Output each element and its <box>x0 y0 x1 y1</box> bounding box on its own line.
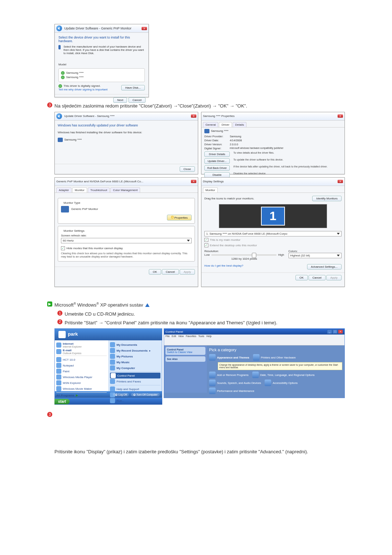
category-add-remove[interactable]: Add or Remove Programs <box>209 372 249 378</box>
start-item[interactable]: My Recent Documents ▸ <box>110 348 160 353</box>
ok-button[interactable]: OK <box>295 275 308 280</box>
close-icon[interactable]: X <box>191 114 196 118</box>
device-name: Samsung **** <box>64 138 82 141</box>
start-item[interactable]: Run... <box>110 398 160 404</box>
disable-button[interactable]: Disable <box>204 172 230 178</box>
properties-button[interactable]: Properties <box>167 215 192 220</box>
category-accessibility[interactable]: Accessibility Options <box>265 380 298 386</box>
category-performance[interactable]: Performance and Maintenance <box>209 388 254 394</box>
monitor-type-value: Generic PnP Monitor <box>71 207 98 211</box>
wmp-icon <box>56 374 61 380</box>
tab-monitor[interactable]: Monitor <box>72 187 87 193</box>
tab-color[interactable]: Color Management <box>110 187 140 193</box>
tab-troubleshoot[interactable]: Troubleshoot <box>88 187 110 193</box>
rollback-button[interactable]: Roll Back Driver <box>204 165 230 171</box>
date-icon <box>252 372 259 378</box>
wizard-headline: Select the device driver you want to ins… <box>58 36 145 43</box>
cancel-button[interactable]: Cancel <box>162 269 179 275</box>
model-label: Model <box>58 63 145 66</box>
identify-button[interactable]: Identify Monitors <box>312 196 342 201</box>
category-appearance[interactable]: Appearance and Themes <box>209 354 249 361</box>
tab-adapter[interactable]: Adapter <box>56 187 72 193</box>
monitor-layout[interactable]: 1 <box>219 204 327 228</box>
slider-thumb[interactable] <box>252 253 256 258</box>
best-display-link[interactable]: How do I get the best display? <box>204 264 243 270</box>
main-monitor-checkbox: ✓ <box>204 238 208 242</box>
advanced-button[interactable]: Advanced Settings... <box>307 264 342 270</box>
start-item[interactable]: My Pictures <box>110 353 160 359</box>
start-item-email[interactable]: E-mailOutlook Express <box>56 348 107 355</box>
category-date[interactable]: Date, Time, Language, and Regional Optio… <box>252 372 315 378</box>
have-disk-button[interactable]: Have Disk... <box>121 85 145 90</box>
avatar <box>58 331 66 338</box>
user-name: park <box>68 332 78 337</box>
tab-driver[interactable]: Driver <box>219 122 232 127</box>
performance-icon <box>209 388 216 394</box>
apply-button[interactable]: Apply <box>180 269 195 275</box>
hide-modes-checkbox[interactable]: ✓ <box>61 246 65 250</box>
tab-general[interactable]: General <box>203 122 218 127</box>
apply-button[interactable]: Apply <box>326 275 342 280</box>
start-item[interactable]: My Documents <box>110 342 160 348</box>
driver-details-button[interactable]: Driver Details <box>204 151 230 157</box>
cancel-button[interactable]: Cancel <box>309 275 326 280</box>
cancel-button[interactable]: Cancel <box>128 97 146 103</box>
category-sounds[interactable]: Sounds, Speech, and Audio Devices <box>209 380 261 386</box>
refresh-label: Screen refresh rate: <box>61 234 192 237</box>
close-icon[interactable]: × <box>338 329 343 334</box>
refresh-rate-select[interactable]: 60 Hertz <box>61 238 192 243</box>
maximize-icon[interactable]: □ <box>332 329 338 334</box>
tab-monitor[interactable]: Monitor <box>203 187 218 193</box>
side-panel: Control Panel Switch to Classic View <box>166 347 205 355</box>
back-icon[interactable] <box>56 25 62 31</box>
start-item[interactable]: HCT 10.0 <box>56 357 107 362</box>
step-bullet-1: 1 <box>57 311 62 316</box>
signing-info-link[interactable]: Tell me why driver signing is important <box>58 88 107 91</box>
switch-view-link[interactable]: Switch to Classic View <box>167 351 192 353</box>
start-item[interactable]: My Computer <box>110 365 160 371</box>
extend-label: Extend the desktop onto this monitor <box>210 243 257 247</box>
start-button[interactable]: start <box>54 399 70 404</box>
accessibility-icon <box>265 380 271 386</box>
colors-select[interactable]: Highest (32 bit) <box>289 253 342 258</box>
start-item[interactable]: Help and Support <box>110 386 160 392</box>
model-item[interactable]: Samsung **** <box>66 76 83 79</box>
computer-icon <box>110 365 115 370</box>
start-item[interactable]: MSN Explorer <box>56 380 107 386</box>
category-printers[interactable]: Printers and Other Hardware <box>253 354 296 361</box>
next-button[interactable]: Next <box>113 97 127 103</box>
start-item-internet[interactable]: InternetInternet Explorer <box>56 342 107 348</box>
back-icon[interactable] <box>56 113 62 119</box>
model-list[interactable]: Samsung **** Samsung **** <box>58 68 145 82</box>
window-title: Generic PnP Monitor and NVIDIA GeForce 6… <box>56 180 143 183</box>
close-icon[interactable]: X <box>338 114 343 118</box>
logoff-button[interactable]: ⏻ Log Off <box>113 393 129 396</box>
group-label: Monitor Type <box>62 201 81 204</box>
tab-details[interactable]: Details <box>233 122 246 127</box>
model-item[interactable]: Samsung **** <box>66 71 83 74</box>
resolution-slider[interactable] <box>211 254 277 256</box>
close-icon[interactable]: X <box>191 180 196 183</box>
close-button[interactable]: Close <box>180 166 195 172</box>
start-item[interactable]: Notepad <box>56 362 107 368</box>
ok-button[interactable]: OK <box>149 269 161 275</box>
close-icon[interactable]: X <box>142 27 147 30</box>
start-item[interactable]: Windows Movie Maker <box>56 386 107 392</box>
update-driver-button[interactable]: Update Driver... <box>204 158 230 164</box>
window-title: Samsung **** Properties <box>203 114 234 118</box>
chevron-right-icon: ▸ <box>149 349 151 352</box>
start-item[interactable]: Printers and Faxes <box>110 378 160 384</box>
all-programs[interactable]: All Programs ▶ <box>56 393 107 397</box>
monitor-select[interactable]: 1. Samsung **** on NVIDIA GeForce 6600 L… <box>204 231 342 236</box>
monitor-1-icon[interactable]: 1 <box>261 207 285 226</box>
start-item[interactable]: Paint <box>56 368 107 374</box>
main-monitor-label: This is my main monitor <box>210 238 240 241</box>
hide-modes-desc: Clearing this check box allows you to se… <box>61 252 192 258</box>
start-item[interactable]: My Music <box>110 359 160 365</box>
start-item[interactable]: Windows Media Player <box>56 374 107 380</box>
start-item-control-panel[interactable]: Control Panel <box>110 373 160 378</box>
minimize-icon[interactable]: _ <box>327 329 332 334</box>
logoff-icon: ⏻ <box>115 393 118 396</box>
close-icon[interactable]: X <box>338 180 343 183</box>
turnoff-button[interactable]: ⏻ Turn Off Computer <box>131 393 160 396</box>
